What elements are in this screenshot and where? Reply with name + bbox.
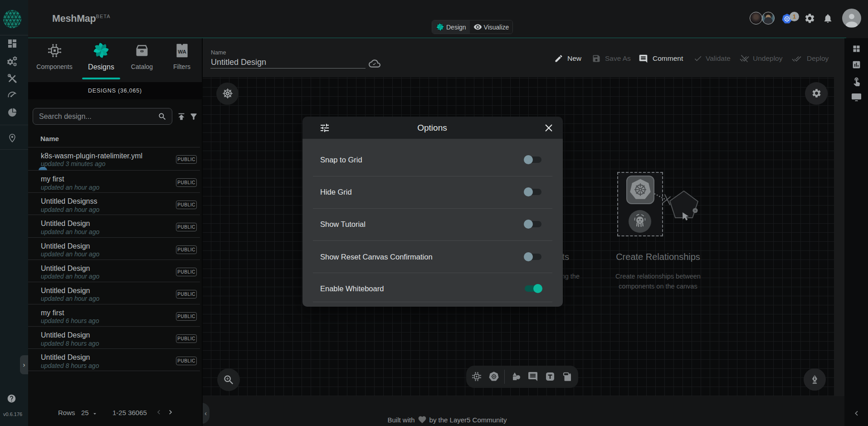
svg-text:WA: WA [178, 49, 186, 54]
